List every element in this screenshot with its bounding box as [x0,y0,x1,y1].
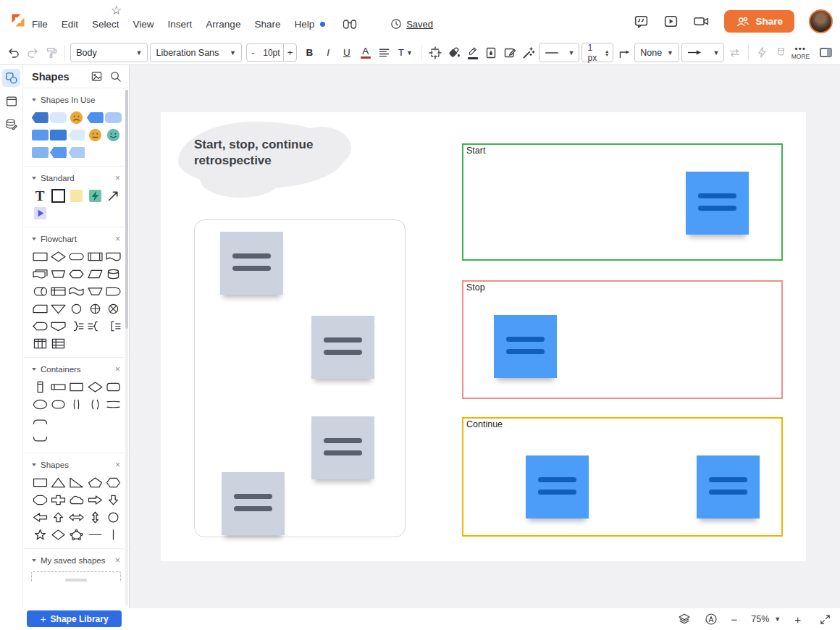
shape-brace-right-icon[interactable] [68,319,85,334]
close-icon[interactable]: × [114,364,122,374]
line-endpoint-select[interactable]: None▼ [634,43,679,62]
insert-image-icon[interactable] [91,70,103,83]
shape-terminator-icon[interactable] [68,249,85,264]
menu-share[interactable]: Share [254,19,280,30]
shape-summing-junction-icon[interactable] [105,301,122,316]
rail-data-button[interactable] [2,115,20,133]
shape-polygon-icon[interactable] [68,527,85,542]
shape-arrow-up-down-icon[interactable] [86,510,104,525]
text-color-button[interactable]: A [357,43,374,62]
notes-button[interactable] [502,43,518,62]
menu-edit[interactable]: Edit [62,19,78,30]
reverse-connection-button[interactable] [726,43,743,62]
section-header-standard[interactable]: Standard× [23,170,129,186]
video-tutorial-icon[interactable] [663,14,679,29]
text-style-select[interactable]: Body▼ [70,43,148,62]
bold-button[interactable]: B [301,43,318,62]
used-shape-hexagon[interactable] [68,145,85,160]
used-shape-rounded-rect[interactable] [105,110,122,125]
spinner-arrows-icon[interactable]: ▲▼ [605,49,609,56]
shape-rounded-container-icon[interactable] [105,379,122,395]
rail-document-button[interactable] [2,92,20,110]
caret-down-icon[interactable] [32,463,36,466]
menu-arrange[interactable]: Arrange [206,19,240,30]
shape-card-icon[interactable] [31,301,49,316]
connector-type-button[interactable] [616,43,632,62]
magnet-button[interactable] [773,43,789,62]
shadow-button[interactable] [483,43,500,62]
menu-select[interactable]: Select [92,19,119,30]
shape-octagon-icon[interactable] [31,492,49,508]
sidebar-scrollbar[interactable] [125,90,128,605]
shape-pentagon-icon[interactable] [86,475,104,490]
shape-or-junction-icon[interactable] [86,301,104,316]
font-family-select[interactable]: Liberation Sans▼ [150,43,241,62]
italic-button[interactable]: I [320,43,337,62]
shape-database-icon[interactable] [105,266,122,282]
undo-button[interactable] [6,43,22,62]
section-header-in-use[interactable]: Shapes In Use [23,92,129,108]
layers-button[interactable] [678,613,691,626]
underline-button[interactable]: U [339,43,356,62]
more-button[interactable]: ••• MORE [791,46,810,60]
menu-help[interactable]: Help [294,19,314,30]
used-shape-face-sad[interactable] [68,110,85,125]
shape-rectangle-std-icon[interactable] [50,188,67,203]
shape-arrow-left-right-icon[interactable] [68,510,85,525]
comments-icon[interactable] [634,14,649,29]
close-icon[interactable]: × [114,234,122,244]
shape-rectangle-container-icon[interactable] [68,379,85,395]
shape-data-icon[interactable] [86,266,104,282]
binoculars-icon[interactable] [342,17,358,30]
menu-insert[interactable]: Insert [168,19,193,30]
used-shape-hexagon[interactable] [31,110,49,125]
fullscreen-button[interactable] [819,613,831,626]
caret-down-icon[interactable] [32,177,36,180]
close-icon[interactable]: × [114,173,122,183]
shape-internal-storage-icon[interactable] [50,284,67,299]
shape-manual-operation-icon[interactable] [50,266,67,282]
used-shape-face-neutral[interactable] [86,127,104,143]
lucid-logo[interactable] [9,11,28,30]
text-align-button[interactable] [376,43,392,62]
shape-process-icon[interactable] [31,249,49,264]
rail-shapes-button[interactable] [2,69,20,87]
section-header-flowchart[interactable]: Flowchart× [23,231,129,247]
sticky-note-blue[interactable] [526,455,589,518]
shape-arrow-left-icon[interactable] [31,510,49,525]
close-icon[interactable]: × [114,555,122,566]
shape-vertical-container-icon[interactable] [31,379,49,395]
shape-horizontal-lines-icon[interactable] [105,397,122,412]
shape-predefined-process-icon[interactable] [86,249,104,264]
fill-color-icon[interactable] [445,43,462,62]
used-shape-hexagon[interactable] [86,110,104,125]
shape-manual-input-icon[interactable] [86,284,104,299]
right-panel-toggle[interactable] [818,43,834,62]
shape-diamond-container-icon[interactable] [86,379,104,395]
redo-button[interactable] [25,43,41,62]
shape-sticky-note-icon[interactable] [68,188,85,203]
shape-brace-bottom-icon[interactable] [31,432,49,447]
text-options-button[interactable]: T▼ [395,43,416,62]
shape-cloud-icon[interactable] [68,492,85,508]
shape-right-triangle-icon[interactable] [68,475,85,490]
font-size-increase[interactable]: + [283,43,297,62]
shape-arrow-right-icon[interactable] [86,492,104,508]
shape-star-icon[interactable] [31,527,49,542]
shape-cross-icon[interactable] [50,492,67,508]
shape-connector-icon[interactable] [68,301,85,316]
arrowhead-select[interactable]: ▼ [681,43,725,62]
shape-play-icon[interactable] [31,206,49,221]
shape-multi-document-icon[interactable] [31,266,49,282]
shape-parentheses-icon[interactable] [86,397,104,412]
shape-triangle-icon[interactable] [50,475,67,490]
camera-icon[interactable] [693,14,710,28]
shape-brace-left-icon[interactable] [86,319,104,334]
shape-library-button[interactable]: + Shape Library [27,610,122,627]
section-header-shapes[interactable]: Shapes× [23,457,129,473]
used-shape-hexagon[interactable] [68,127,85,143]
shape-direct-data-icon[interactable] [31,284,49,299]
sticky-note-blue[interactable] [494,315,557,378]
sticky-note-blue[interactable] [697,455,760,518]
user-avatar[interactable] [809,9,833,33]
